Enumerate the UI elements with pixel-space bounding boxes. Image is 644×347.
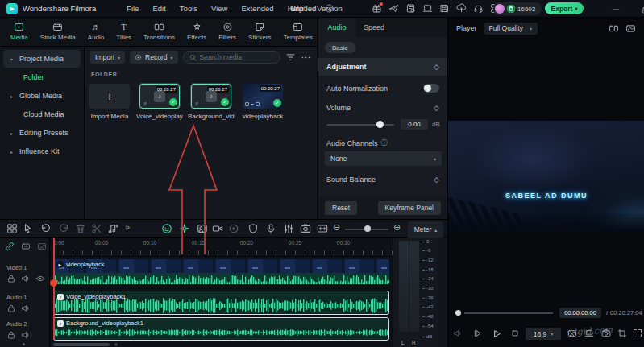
auto-ripple-icon[interactable] [21,242,31,251]
screen-record-icon[interactable] [212,223,223,234]
mute-track-icon[interactable] [21,274,31,283]
tab-templates[interactable]: Templates [278,21,318,42]
snapshot-icon[interactable] [601,328,611,338]
cloud-upload-icon[interactable] [456,3,467,14]
save-icon[interactable] [439,3,450,14]
timeline-snapshot-icon[interactable] [300,223,311,234]
app-logo-icon[interactable]: ▶ [6,3,18,14]
step-forward-icon[interactable] [472,328,482,338]
sidebar-item-influence-kit[interactable]: ▸Influence Kit [3,143,81,160]
sidebar-item-editing-presets[interactable]: ▸Editing Presets [3,124,81,142]
microphone-icon[interactable] [265,223,276,234]
basic-pill[interactable]: Basic [325,42,355,53]
voiceover-record-icon[interactable] [228,223,239,234]
link-clips-icon[interactable] [5,242,15,251]
stop-button[interactable] [510,328,520,338]
zoom-slider-knob[interactable] [364,225,371,232]
timeline-ruler[interactable]: 0:00 00:05 00:10 00:15 00:20 00:25 00:30 [50,238,393,257]
filter-icon[interactable] [285,52,296,63]
play-button[interactable] [492,328,502,339]
adjustment-section[interactable]: Adjustment ◇ [318,58,447,76]
lock-track-icon[interactable] [6,274,16,283]
split-icon[interactable] [91,223,102,234]
render-preview-icon[interactable] [567,328,577,338]
lock-track-icon[interactable] [6,330,16,340]
video-preview[interactable]: SABEEL AD DUMU [448,121,644,231]
menu-edit[interactable]: Edit [152,4,165,13]
track-manager-icon[interactable] [6,223,18,234]
project-history-icon[interactable] [405,3,416,14]
mute-track-icon[interactable] [21,304,31,313]
detach-audio-icon[interactable] [107,223,118,234]
share-icon[interactable] [388,3,399,14]
shield-icon[interactable] [247,223,259,234]
tab-transitions[interactable]: Transitions [138,21,181,42]
media-item-voice-audio[interactable]: 00:20:27 ♪ ♬ ✓ [139,84,180,109]
restore-button[interactable] [642,5,644,14]
tab-titles[interactable]: TTitles [110,21,137,42]
support-icon[interactable] [473,3,484,14]
volume-value-field[interactable]: 0.00 [401,119,428,130]
tab-media[interactable]: Media [5,21,34,42]
zoom-in-icon[interactable]: ⊕ [393,223,401,232]
record-button[interactable]: Record▾ [130,51,177,64]
ai-sticker-icon[interactable] [161,223,172,234]
video-clip-videoplayback[interactable]: ▶ videoplayback [53,259,389,284]
reset-button[interactable]: Reset [325,201,357,215]
current-time-field[interactable]: 00:00:00:00 [559,308,601,318]
compare-view-icon[interactable] [609,23,619,34]
playhead-handle[interactable] [50,279,57,287]
select-tool-icon[interactable] [23,223,34,234]
audio-mixer-icon[interactable] [283,223,294,234]
audio-clip-voice[interactable]: ♪ Voice_videoplayback1 [53,291,389,315]
seek-track[interactable] [464,312,553,314]
tab-effects[interactable]: Effects [181,21,212,42]
account-pill[interactable]: 16603 [493,2,542,15]
tab-filters[interactable]: Filters [213,21,242,42]
menu-view[interactable]: View [211,4,227,13]
minimize-button[interactable] [611,5,621,14]
crop-icon[interactable] [617,328,627,338]
device-icon[interactable] [422,3,433,14]
search-input[interactable] [200,53,274,61]
sidebar-item-project-media[interactable]: ▾Project Media [3,50,81,68]
keyframe-diamond-icon[interactable]: ◇ [434,104,439,112]
fullscreen-icon[interactable] [633,328,642,338]
zoom-out-icon[interactable]: ⊖ [333,223,340,232]
lock-track-icon[interactable] [6,304,16,313]
redo-icon[interactable] [58,223,69,234]
audio-clip-background[interactable]: ♪ Background_videoplayback1 [53,317,389,341]
video-scopes-icon[interactable] [625,23,636,34]
media-item-background-audio[interactable]: 00:20:27 ♪ ♬ ✓ [191,84,231,109]
speech-to-text-icon[interactable] [197,223,208,234]
sidebar-item-folder[interactable]: Folder [3,68,81,86]
tab-audio[interactable]: ♬Audio [82,21,110,42]
aspect-ratio-dropdown[interactable]: 16:9 ▾ [526,328,561,340]
more-tools-icon[interactable]: » [125,223,130,232]
keyframe-diamond-icon[interactable]: ◇ [434,63,439,71]
mute-track-icon[interactable] [21,330,31,340]
info-icon[interactable]: ⓘ [381,138,388,147]
undo-icon[interactable] [40,223,52,234]
meter-toggle-button[interactable]: Meter ▴ [408,221,443,238]
import-button[interactable]: Import▾ [90,51,125,64]
ai-effect-icon[interactable] [179,223,190,234]
audio-channels-dropdown[interactable]: None ▾ [325,151,442,166]
tab-audio-properties[interactable]: Audio [318,18,355,37]
tab-stock-media[interactable]: Stock Media [35,21,81,42]
display-output-icon[interactable] [584,328,594,338]
menu-file[interactable]: File [127,4,139,13]
gift-icon[interactable] [372,3,382,14]
search-box[interactable] [183,51,280,64]
media-item-videoplayback[interactable]: 00:20:27 ✓ [243,84,283,109]
tab-stickers[interactable]: Stickers [243,21,276,42]
menu-extended[interactable]: Extended [241,4,273,13]
tab-speed-properties[interactable]: Speed [355,18,393,37]
avatar[interactable] [495,4,505,14]
render-preview-toggle-icon[interactable] [37,242,47,251]
volume-slider-track[interactable] [326,124,394,126]
sidebar-item-global-media[interactable]: ▸Global Media [3,87,81,105]
import-media-tile[interactable]: + [89,84,130,109]
export-button[interactable]: Export ▾ [545,2,584,14]
menu-tools[interactable]: Tools [180,4,197,13]
